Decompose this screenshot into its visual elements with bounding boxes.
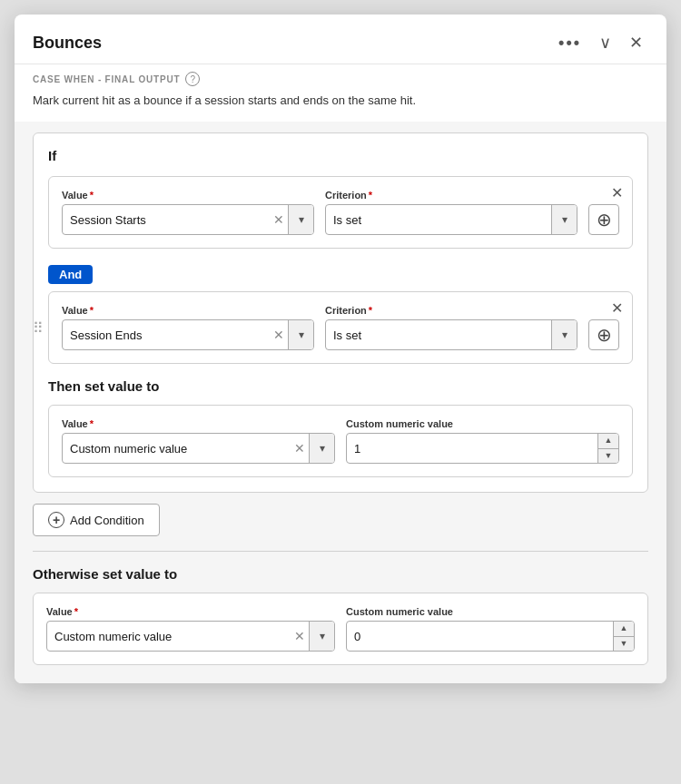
divider	[33, 551, 648, 552]
then-value-select-clear[interactable]: ✕	[291, 441, 309, 456]
otherwise-numeric-value: 0	[347, 630, 613, 643]
drag-handle-icon[interactable]: ⠿	[33, 319, 44, 337]
otherwise-value-select[interactable]: Custom numeric value ✕ ▾	[46, 621, 335, 652]
then-value-label: Value*	[62, 418, 335, 429]
then-fields: Value* Custom numeric value ✕ ▾	[62, 418, 619, 464]
criterion-label-1: Criterion*	[325, 190, 577, 201]
then-value-select[interactable]: Custom numeric value ✕ ▾	[62, 433, 335, 464]
value-select-1[interactable]: Session Starts ✕ ▾	[62, 204, 314, 235]
modal-meta: CASE WHEN - FINAL OUTPUT ?	[15, 64, 666, 90]
condition-2-fields: Value* Session Ends ✕ ▾	[62, 305, 619, 350]
close-icon: ✕	[611, 185, 623, 201]
more-icon: •••	[558, 34, 581, 53]
modal-header: Bounces ••• ∨ ✕	[15, 15, 666, 64]
criterion-select-1-arrow[interactable]: ▾	[551, 205, 577, 234]
help-icon[interactable]: ?	[185, 72, 200, 86]
condition-1-value-group: Value* Session Starts ✕ ▾	[62, 190, 314, 235]
value-select-2-arrow[interactable]: ▾	[288, 320, 313, 349]
condition-1-criterion-group: Criterion* Is set ▾	[325, 190, 577, 235]
modal-description: Mark current hit as a bounce if a sessio…	[15, 90, 666, 122]
collapse-button[interactable]: ∨	[594, 29, 617, 56]
otherwise-label: Otherwise set value to	[33, 566, 648, 582]
otherwise-custom-group: Custom numeric value 0 ▲ ▼	[346, 606, 635, 652]
otherwise-numeric-input[interactable]: 0 ▲ ▼	[346, 621, 635, 652]
condition-row-1: ✕ Value* Session Starts ✕ ▾	[48, 176, 633, 249]
if-label: If	[48, 148, 633, 163]
value-label-2: Value*	[62, 305, 314, 316]
otherwise-value-group: Value* Custom numeric value ✕ ▾	[46, 606, 335, 652]
clear-icon: ✕	[294, 629, 305, 643]
then-numeric-spinners: ▲ ▼	[597, 434, 618, 463]
criterion-select-1-text: Is set	[326, 213, 551, 227]
add-condition-plus-icon: +	[48, 512, 64, 528]
then-decrement-button[interactable]: ▼	[598, 449, 618, 464]
and-badge: And	[48, 265, 93, 284]
close-icon: ✕	[629, 33, 643, 53]
modal-title: Bounces	[33, 34, 102, 53]
modal-body: If ✕ Value* Session Starts ✕	[15, 122, 666, 683]
otherwise-value-select-arrow[interactable]: ▾	[309, 622, 334, 651]
more-options-button[interactable]: •••	[553, 30, 587, 56]
add-condition-button[interactable]: + Add Condition	[33, 504, 160, 536]
then-custom-group: Custom numeric value 1 ▲ ▼	[346, 418, 619, 464]
otherwise-increment-button[interactable]: ▲	[614, 622, 634, 637]
otherwise-custom-label: Custom numeric value	[346, 606, 635, 617]
condition-1-fields: Value* Session Starts ✕ ▾	[62, 190, 619, 235]
add-criterion-1-button[interactable]: ⊕	[588, 204, 619, 235]
otherwise-box: Value* Custom numeric value ✕ ▾ Custom n…	[33, 593, 648, 665]
otherwise-value-select-text: Custom numeric value	[47, 630, 291, 643]
arrow-down-icon: ▾	[299, 213, 304, 226]
arrow-down-icon: ▾	[320, 630, 325, 642]
arrow-down-icon: ▾	[562, 213, 568, 226]
header-actions: ••• ∨ ✕	[553, 29, 648, 56]
criterion-select-2[interactable]: Is set ▾	[325, 319, 577, 350]
chevron-down-icon: ∨	[599, 33, 611, 53]
meta-label: CASE WHEN - FINAL OUTPUT	[33, 74, 180, 84]
criterion-select-2-arrow[interactable]: ▾	[551, 320, 577, 349]
otherwise-decrement-button[interactable]: ▼	[614, 637, 634, 652]
otherwise-value-label: Value*	[46, 606, 335, 617]
value-select-1-clear[interactable]: ✕	[270, 212, 288, 227]
add-criterion-2-button[interactable]: ⊕	[588, 319, 619, 350]
if-block: If ✕ Value* Session Starts ✕	[33, 132, 648, 493]
clear-icon: ✕	[294, 441, 305, 456]
clear-icon: ✕	[273, 212, 284, 227]
value-select-2-text: Session Ends	[63, 328, 270, 342]
otherwise-fields: Value* Custom numeric value ✕ ▾ Custom n…	[46, 606, 635, 652]
then-numeric-input[interactable]: 1 ▲ ▼	[346, 433, 619, 464]
then-box: Value* Custom numeric value ✕ ▾	[48, 405, 633, 477]
then-value-select-arrow[interactable]: ▾	[309, 434, 334, 463]
then-label: Then set value to	[48, 378, 633, 394]
then-numeric-value: 1	[347, 442, 597, 456]
criterion-select-2-text: Is set	[326, 328, 551, 342]
condition-1-close-button[interactable]: ✕	[611, 186, 623, 201]
arrow-down-icon: ▾	[299, 328, 304, 341]
value-select-2-clear[interactable]: ✕	[270, 328, 288, 342]
condition-2-criterion-group: Criterion* Is set ▾	[325, 305, 577, 350]
otherwise-value-select-clear[interactable]: ✕	[291, 629, 309, 643]
bounces-modal: Bounces ••• ∨ ✕ CASE WHEN - FINAL OUTPUT…	[15, 15, 666, 683]
condition-row-2: ⠿ ✕ Value* Session Ends ✕	[48, 291, 633, 364]
add-condition-label: Add Condition	[70, 514, 144, 527]
criterion-label-2: Criterion*	[325, 305, 577, 316]
value-select-1-text: Session Starts	[63, 213, 270, 227]
clear-icon: ✕	[273, 328, 284, 342]
then-custom-label: Custom numeric value	[346, 418, 619, 429]
plus-circle-icon: ⊕	[597, 209, 612, 230]
then-section: Then set value to Value* Custom numeric …	[48, 378, 633, 477]
arrow-down-icon: ▾	[562, 328, 568, 341]
plus-circle-icon: ⊕	[597, 324, 612, 346]
criterion-select-1[interactable]: Is set ▾	[325, 204, 577, 235]
close-icon: ✕	[611, 300, 623, 316]
close-button[interactable]: ✕	[624, 29, 648, 56]
then-value-select-text: Custom numeric value	[63, 442, 291, 456]
then-increment-button[interactable]: ▲	[598, 434, 618, 449]
condition-2-value-group: Value* Session Ends ✕ ▾	[62, 305, 314, 350]
then-value-group: Value* Custom numeric value ✕ ▾	[62, 418, 335, 464]
otherwise-numeric-spinners: ▲ ▼	[613, 622, 634, 651]
arrow-down-icon: ▾	[320, 442, 325, 455]
condition-2-close-button[interactable]: ✕	[611, 301, 623, 316]
value-select-1-arrow[interactable]: ▾	[288, 205, 313, 234]
value-label-1: Value*	[62, 190, 314, 201]
value-select-2[interactable]: Session Ends ✕ ▾	[62, 319, 314, 350]
